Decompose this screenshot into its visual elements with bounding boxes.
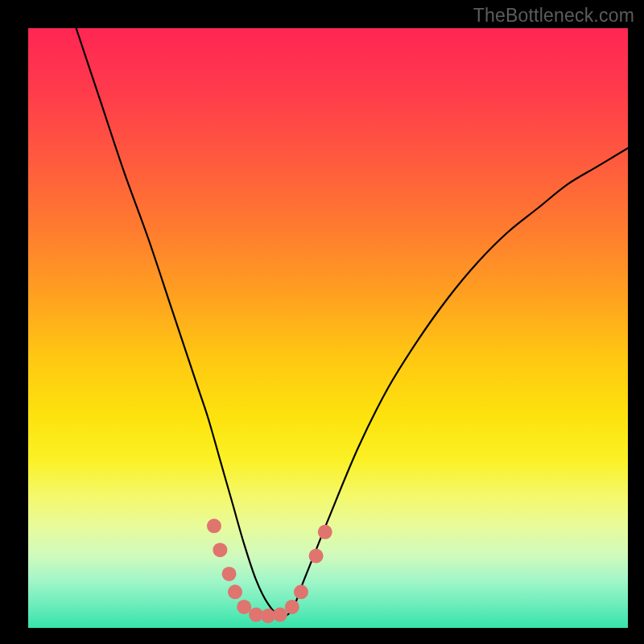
- curve-marker: [222, 567, 237, 581]
- curve-marker: [273, 608, 287, 622]
- curve-marker: [294, 584, 308, 599]
- gradient-plot-area: [28, 28, 628, 628]
- curve-marker: [228, 584, 242, 599]
- curve-marker: [318, 525, 332, 539]
- curve-marker: [285, 600, 299, 614]
- bottleneck-curve-svg: [28, 28, 628, 628]
- bottleneck-curve-path: [76, 28, 628, 617]
- curve-marker: [237, 600, 251, 614]
- curve-marker: [207, 518, 221, 533]
- curve-marker: [213, 543, 227, 557]
- watermark-text: TheBottleneck.com: [473, 5, 634, 27]
- curve-marker: [309, 549, 324, 564]
- chart-stage: TheBottleneck.com: [0, 0, 644, 644]
